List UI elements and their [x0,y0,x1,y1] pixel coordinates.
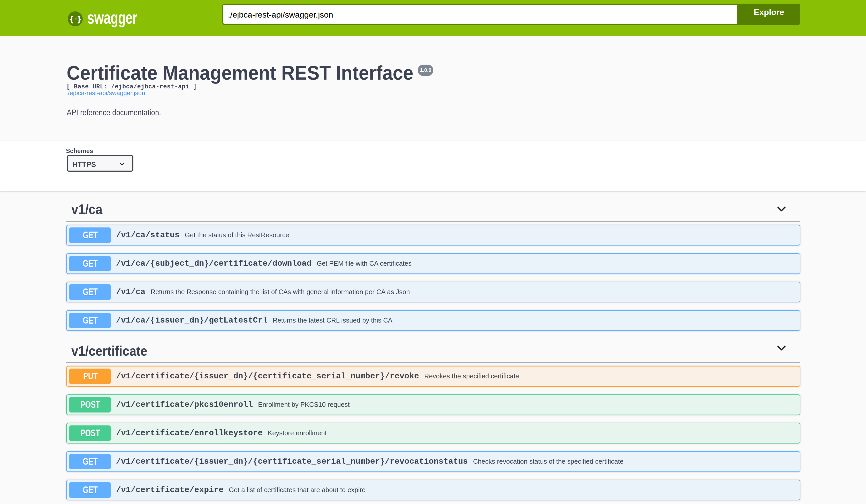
svg-text:{: { [70,14,73,23]
svg-text:}: } [77,14,80,23]
